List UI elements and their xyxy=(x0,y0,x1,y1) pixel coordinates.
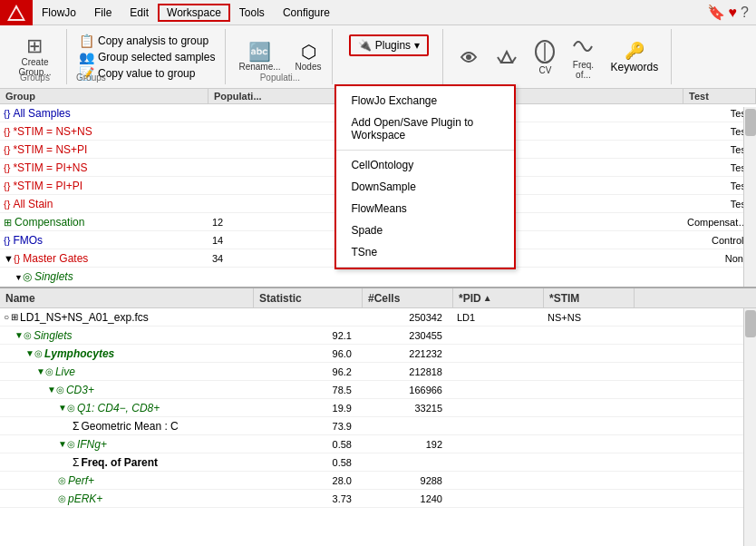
live-data-label: Live xyxy=(55,366,75,378)
fmos-label: FMOs xyxy=(13,234,43,247)
q1-data-label: Q1: CD4−, CD8+ xyxy=(77,402,160,414)
col-test: Test xyxy=(683,89,756,103)
singlets-stat: 92.1 xyxy=(254,330,363,341)
lymphocytes-cells: 221232 xyxy=(363,348,453,359)
data-row-perk[interactable]: ◎ pERK+ 3.73 1240 xyxy=(0,490,756,508)
nodes-button[interactable]: ⬡ Nodes xyxy=(292,41,325,73)
scrollbar-thumb[interactable] xyxy=(745,109,756,136)
col-group: Group xyxy=(0,89,208,103)
th-pid[interactable]: *PID ▲ xyxy=(453,288,544,307)
data-row-freq[interactable]: Σ Freq. of Parent 0.58 xyxy=(0,453,756,472)
menu-flowjo[interactable]: FlowJo xyxy=(33,3,85,23)
nodes-icon: ⬡ xyxy=(301,43,316,61)
unknown-tool-1[interactable] xyxy=(452,43,485,72)
menu-workspace[interactable]: Workspace xyxy=(158,4,230,22)
cd3-stat: 78.5 xyxy=(254,385,363,395)
q1-cells: 33215 xyxy=(363,403,453,414)
th-cells: #Cells xyxy=(363,288,453,307)
data-row-ifng[interactable]: ▼◎ IFNg+ 0.58 192 xyxy=(0,435,756,453)
ifng-label: IFNg+ xyxy=(77,438,107,451)
copy-analysis-label: Copy analysis to group xyxy=(98,34,208,47)
keywords-button[interactable]: 🔑 Keywords xyxy=(605,39,664,75)
ld1-stim: NS+NS xyxy=(544,312,635,323)
cd3-data-label: CD3+ xyxy=(66,384,94,396)
copy-analysis-icon: 📋 xyxy=(79,34,94,48)
plugins-item-flowjo-exchange[interactable]: FlowJo Exchange xyxy=(336,90,514,112)
plugins-button[interactable]: 🔌 Plugins ▾ xyxy=(349,34,429,56)
tree-row-singlets[interactable]: ▼◎ Singlets xyxy=(0,268,756,284)
geomean-stat: 73.9 xyxy=(254,421,363,432)
table-body[interactable]: ○ ⊞ LD1_NS+NS_A01_exp.fcs 250342 LD1 NS+… xyxy=(0,308,756,546)
live-icon: ▼◎ xyxy=(36,366,53,376)
sigma-icon: Σ xyxy=(73,420,79,433)
data-row-perf[interactable]: ◎ Perf+ 28.0 9288 xyxy=(0,472,756,490)
th-stat-label: Statistic xyxy=(259,292,302,305)
stim-nsns-label: *STIM = NS+NS xyxy=(13,125,92,138)
cv-button[interactable]: CV xyxy=(528,37,561,77)
rename-icon: 🔤 xyxy=(248,43,271,61)
plugins-item-spade[interactable]: Spade xyxy=(336,219,514,241)
menu-edit[interactable]: Edit xyxy=(121,3,158,23)
ifng-stat: 0.58 xyxy=(254,439,363,450)
copy-analysis-button[interactable]: 📋 Copy analysis to group xyxy=(76,33,211,49)
singlets-cells: 230455 xyxy=(363,330,453,341)
data-row-geomean[interactable]: Σ Geometric Mean : C 73.9 xyxy=(0,417,756,435)
populations-label: Populati... xyxy=(260,73,300,83)
cv-label: CV xyxy=(539,65,552,75)
freq-label: Freq. of... xyxy=(573,60,594,80)
plugins-item-downsample[interactable]: DownSample xyxy=(336,176,514,198)
upper-panel-scrollbar[interactable] xyxy=(743,107,756,287)
plugins-item-tsne[interactable]: TSne xyxy=(336,241,514,263)
create-group-section: ⊞ Create Group... Groups xyxy=(4,29,67,84)
perk-icon: ◎ xyxy=(58,493,66,503)
keywords-icon: 🔑 xyxy=(625,41,645,61)
freq-sigma-icon: Σ xyxy=(73,456,79,469)
all-stain-label: All Stain xyxy=(13,198,53,210)
app-logo xyxy=(0,0,33,25)
q1-data-icon: ▼◎ xyxy=(58,403,75,413)
unknown-tool-2[interactable] xyxy=(490,43,523,72)
plugins-item-cellontology[interactable]: CellOntology xyxy=(336,154,514,176)
nodes-label: Nodes xyxy=(296,62,322,72)
menu-tools[interactable]: Tools xyxy=(230,3,274,23)
data-row-q1-data[interactable]: ▼◎ Q1: CD4−, CD8+ 19.9 33215 xyxy=(0,399,756,417)
ifng-icon: ▼◎ xyxy=(58,439,75,449)
plugins-item-add-plugin[interactable]: Add Open/Save Plugin to Workspace xyxy=(336,112,514,146)
sort-asc-icon: ▲ xyxy=(483,293,492,303)
cd3-icon: ▼◎ xyxy=(47,385,64,395)
freq-stat: 0.58 xyxy=(254,457,363,468)
ld1-pid: LD1 xyxy=(453,312,544,323)
ld1-filename: LD1_NS+NS_A01_exp.fcs xyxy=(20,311,149,324)
toolbar-row: ⊞ Create Group... Groups 📋 Copy analysis… xyxy=(0,25,756,89)
menu-bar: FlowJo File Edit Workspace Tools Configu… xyxy=(0,0,756,25)
data-row-cd3-data[interactable]: ▼◎ CD3+ 78.5 166966 xyxy=(0,381,756,399)
master-gates-label: Master Gates xyxy=(23,252,88,265)
bookmark-icon[interactable]: 🔖 xyxy=(707,4,725,21)
menu-configure[interactable]: Configure xyxy=(274,3,339,23)
th-name-label: Name xyxy=(5,292,35,305)
data-row-lymphocytes[interactable]: ▼◎ Lymphocytes 96.0 221232 xyxy=(0,345,756,363)
stim-nspi-label: *STIM = NS+PI xyxy=(13,143,87,156)
data-row-singlets[interactable]: ▼◎ Singlets 92.1 230455 xyxy=(0,327,756,345)
rename-button[interactable]: 🔤 Rename... xyxy=(235,41,284,73)
plugins-dropdown-menu: FlowJo Exchange Add Open/Save Plugin to … xyxy=(334,84,516,269)
groups-label: Groups xyxy=(20,73,50,83)
heart-icon[interactable]: ♥ xyxy=(729,5,738,21)
groups-section-label2: Groups xyxy=(76,73,106,83)
lower-panel-scrollbar[interactable] xyxy=(743,308,756,546)
lower-scrollbar-thumb[interactable] xyxy=(745,310,756,337)
data-row-live[interactable]: ▼◎ Live 96.2 212818 xyxy=(0,363,756,381)
group-samples-icon: 👥 xyxy=(79,50,94,64)
freq-button[interactable]: Freq. of... xyxy=(567,32,599,82)
data-row-ld1[interactable]: ○ ⊞ LD1_NS+NS_A01_exp.fcs 250342 LD1 NS+… xyxy=(0,308,756,327)
live-stat: 96.2 xyxy=(254,366,363,377)
freq-label: Freq. of Parent xyxy=(81,456,158,469)
th-statistic: Statistic xyxy=(254,288,363,307)
group-samples-button[interactable]: 👥 Group selected samples xyxy=(76,49,218,65)
singlets-data-label: Singlets xyxy=(34,329,73,342)
plugins-item-flowmeans[interactable]: FlowMeans xyxy=(336,198,514,219)
help-icon[interactable]: ? xyxy=(741,5,749,21)
keywords-label: Keywords xyxy=(610,61,658,73)
menu-file[interactable]: File xyxy=(85,3,121,23)
th-cells-label: #Cells xyxy=(368,292,400,305)
